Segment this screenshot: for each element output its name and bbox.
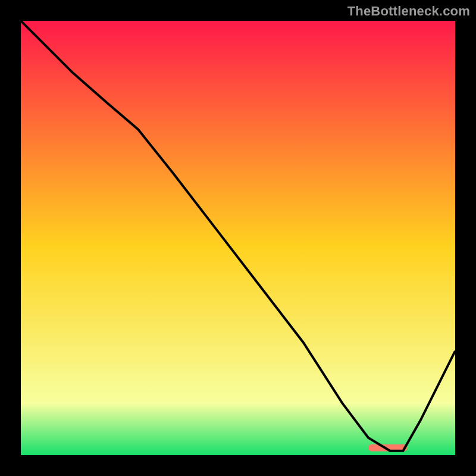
- gradient-background: [21, 21, 455, 455]
- plot-area: [19, 19, 457, 457]
- watermark-text: TheBottleneck.com: [347, 4, 470, 19]
- chart-svg: [21, 21, 455, 455]
- chart-root: { "watermark": "TheBottleneck.com", "col…: [0, 0, 476, 476]
